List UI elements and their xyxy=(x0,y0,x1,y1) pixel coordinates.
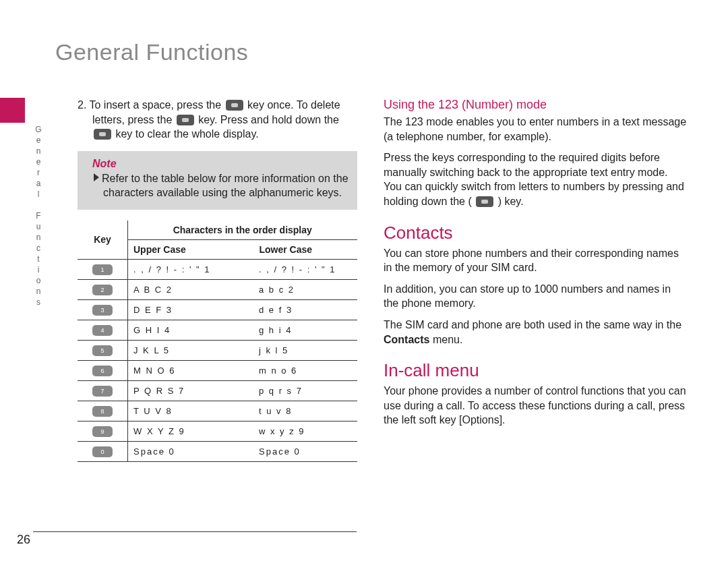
bullet-triangle-icon xyxy=(94,173,99,181)
cell-lower: a b c 2 xyxy=(253,279,357,299)
note-title: Note xyxy=(92,158,351,170)
cell-lower: Space 0 xyxy=(253,441,357,461)
key-button-icon: 6 xyxy=(92,366,113,376)
heading-123-mode: Using the 123 (Number) mode xyxy=(384,98,687,112)
table-row: 4G H I 4g h i 4 xyxy=(78,320,357,340)
key-button-icon: 7 xyxy=(92,386,113,397)
key-button-icon: 8 xyxy=(92,406,113,417)
cell-lower: t u v 8 xyxy=(253,401,357,421)
hash-key-icon xyxy=(476,196,493,207)
table-row: 7P Q R S 7p q r s 7 xyxy=(78,380,357,401)
cell-upper: D E F 3 xyxy=(128,299,254,320)
paragraph-123-a: The 123 mode enables you to enter number… xyxy=(384,115,687,144)
key-button-icon: 5 xyxy=(92,345,113,356)
cell-upper: G H I 4 xyxy=(128,320,254,340)
footer-rule xyxy=(33,531,357,532)
clear-key-icon xyxy=(94,129,111,140)
cell-upper: . , / ? ! - : ' " 1 xyxy=(128,259,254,279)
cell-lower: m n o 6 xyxy=(253,360,357,380)
key-button-icon: 9 xyxy=(92,426,113,437)
accent-bar xyxy=(0,98,25,123)
paragraph-contacts-2: In addition, you can store up to 1000 nu… xyxy=(384,282,687,311)
clear-key-icon xyxy=(177,115,194,125)
characters-table: Key Characters in the order display Uppe… xyxy=(78,221,357,462)
cell-lower: . , / ? ! - : ' " 1 xyxy=(253,259,357,279)
cell-lower: d e f 3 xyxy=(253,299,357,320)
heading-incall: In-call menu xyxy=(384,360,687,381)
table-row: 3D E F 3d e f 3 xyxy=(78,299,357,320)
note-body: Refer to the table below for more inform… xyxy=(94,171,351,200)
table-row: 9W X Y Z 9w x y z 9 xyxy=(78,421,357,441)
key-button-icon: 1 xyxy=(92,264,113,275)
paragraph-contacts-3: The SIM card and phone are both used in … xyxy=(384,318,687,347)
side-section-label: General Functions xyxy=(34,125,43,308)
table-row: 8T U V 8t u v 8 xyxy=(78,401,357,421)
cell-lower: g h i 4 xyxy=(253,320,357,340)
cell-lower: p q r s 7 xyxy=(253,380,357,401)
table-row: 5J K L 5j k l 5 xyxy=(78,340,357,360)
cell-upper: T U V 8 xyxy=(128,401,254,421)
cell-upper: P Q R S 7 xyxy=(128,380,254,401)
key-button-icon: 4 xyxy=(92,325,113,336)
page-title: General Functions xyxy=(55,39,248,65)
table-header-lower: Lower Case xyxy=(253,239,357,259)
zero-key-icon xyxy=(226,100,243,111)
heading-contacts: Contacts xyxy=(384,223,687,243)
cell-upper: M N O 6 xyxy=(128,360,254,380)
cell-upper: Space 0 xyxy=(128,441,254,461)
key-button-icon: 0 xyxy=(92,446,113,457)
table-row: 2A B C 2a b c 2 xyxy=(78,279,357,299)
cell-upper: W X Y Z 9 xyxy=(128,421,254,441)
table-row: 0Space 0Space 0 xyxy=(78,441,357,461)
paragraph-incall: Your phone provides a number of control … xyxy=(384,384,687,428)
page-number: 26 xyxy=(17,533,30,547)
table-row: 6M N O 6m n o 6 xyxy=(78,360,357,380)
table-header-upper: Upper Case xyxy=(128,239,254,259)
cell-lower: w x y z 9 xyxy=(253,421,357,441)
table-row: 1. , / ? ! - : ' " 1. , / ? ! - : ' " 1 xyxy=(78,259,357,279)
key-button-icon: 2 xyxy=(92,285,113,295)
paragraph-123-b: Press the keys corresponding to the requ… xyxy=(384,150,687,208)
key-button-icon: 3 xyxy=(92,305,113,316)
table-header-key: Key xyxy=(78,221,128,260)
note-box: Note Refer to the table below for more i… xyxy=(78,151,357,210)
insert-space-paragraph: 2. To insert a space, press the key once… xyxy=(78,98,357,142)
table-header-characters: Characters in the order display xyxy=(128,221,357,240)
paragraph-contacts-1: You can store phone numbers and their co… xyxy=(384,246,687,275)
cell-upper: J K L 5 xyxy=(128,340,254,360)
cell-lower: j k l 5 xyxy=(253,340,357,360)
cell-upper: A B C 2 xyxy=(128,279,254,299)
